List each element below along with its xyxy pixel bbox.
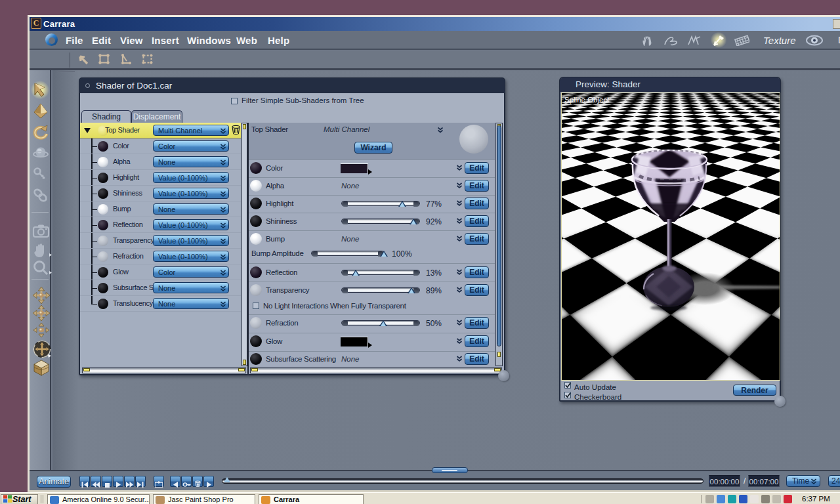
svg-text:Spline Object: Spline Object <box>564 96 610 104</box>
